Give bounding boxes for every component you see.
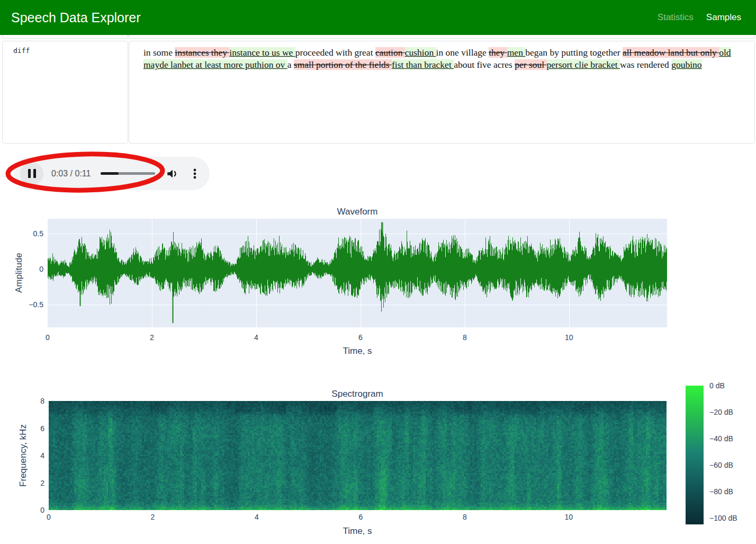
tick-label: 4 [255,513,259,521]
tick-label: 6 [358,333,363,342]
diff-text-cell: in some instances they instance to us we… [129,41,755,144]
tick-label: 0.5 [0,229,43,238]
diff-segment-ins: fist than bracket [392,59,454,70]
tick-label: 6 [358,513,363,521]
audio-player[interactable]: 0:03 / 0:11 [14,157,210,190]
tick-label: 6 [0,424,44,433]
diff-segment-del: all meadow land but only [623,47,719,58]
tick-label: −80 dB [709,487,733,496]
nav-statistics[interactable]: Statistics [658,12,694,23]
diff-segment-ins: goubino [671,59,701,70]
diff-text: in some instances they instance to us we… [143,47,745,71]
diff-segment-ins: instance to us we [229,47,295,58]
tick-label: 8 [463,333,467,342]
tick-label: 0 [0,265,43,273]
waveform-plot[interactable] [48,219,667,327]
waveform-xlabel: Time, s [343,346,372,356]
tick-label: 0 dB [709,381,725,390]
diff-segment-plain: in some [143,47,175,58]
tick-label: −40 dB [709,434,733,443]
diff-segment-plain: about five acres [454,59,515,70]
diff-segment-ins: persort clie bracket [547,59,620,70]
diff-segment-plain: in one village [436,47,489,58]
pause-icon [28,169,31,178]
diff-segment-plain: began by putting together [525,47,623,58]
diff-field-label: diff [13,47,30,55]
tick-label: 2 [0,479,44,487]
spectrogram-plot[interactable] [49,401,667,510]
diff-segment-del: caution [375,47,405,58]
diff-segment-del: instances they [175,47,229,58]
tick-label: 0 [46,333,50,342]
tick-label: 8 [0,397,44,405]
tick-label: 10 [565,333,573,342]
diff-segment-del: they [489,47,507,58]
tick-label: 8 [463,513,467,521]
diff-segment-del: small portion of the fields [294,59,392,70]
spectrogram-title: Spectrogram [331,389,383,399]
tick-label: −20 dB [709,408,733,416]
table-row-sliver-left [2,35,128,39]
tick-label: −100 dB [709,514,737,522]
tick-label: −60 dB [709,461,733,469]
diff-field-label-cell: diff [2,41,128,144]
tick-label: −0.5 [0,300,43,309]
diff-segment-del: per soul [515,59,546,70]
page: Speech Data Explorer Statistics Samples … [0,0,756,544]
time-display: 0:03 / 0:11 [51,169,91,179]
tick-label: 0 [47,513,51,521]
seek-slider[interactable] [101,172,155,175]
diff-segment-plain: was rendered [620,59,671,70]
diff-segment-plain: a [287,59,294,70]
app-header: Speech Data Explorer Statistics Samples [0,0,756,35]
tick-label: 2 [151,513,155,521]
spectrogram-colorbar [686,386,704,524]
seek-slider-played [101,172,119,175]
waveform-title: Waveform [337,207,378,217]
nav-samples[interactable]: Samples [706,12,741,23]
overflow-menu-icon[interactable] [191,167,199,181]
table-row-sliver-right [129,35,755,39]
tick-label: 2 [150,333,154,342]
tick-label: 4 [0,451,44,460]
page-title: Speech Data Explorer [11,10,141,25]
diff-segment-plain: proceeded with great [295,47,375,58]
header-nav: Statistics Samples [658,0,741,35]
tick-label: 4 [254,333,258,342]
spectrogram-xlabel: Time, s [343,526,372,537]
diff-segment-ins: men [507,47,526,58]
pause-button[interactable] [20,162,43,185]
tick-label: 0 [0,506,44,514]
volume-icon[interactable] [166,167,179,181]
tick-label: 10 [565,513,573,521]
diff-segment-ins: cushion [405,47,436,58]
